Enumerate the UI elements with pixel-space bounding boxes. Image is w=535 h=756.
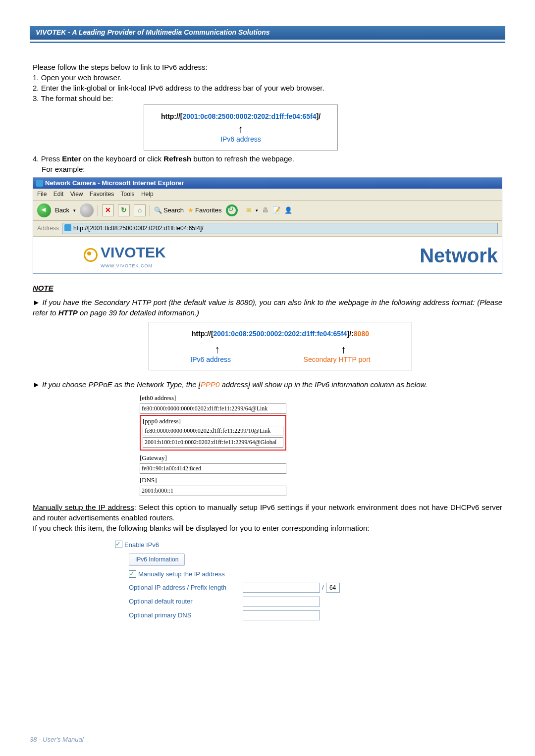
step-4-text-e: button to refresh the webpage. [191,154,294,163]
ie-menu-view[interactable]: View [70,190,88,199]
search-button[interactable]: 🔍Search [154,206,184,215]
ppp0-value-1: fe80:0000:0000:0000:0202:d1ff:fe11:2299/… [143,426,283,436]
dns-value: 2001:b000::1 [140,486,286,496]
messenger-icon[interactable]: 👤 [284,206,292,215]
ie-menu-bar: File Edit View Favorites Tools Help [33,189,502,201]
gateway-title: [Gateway] [140,453,286,463]
url2-captions: IPv6 address Secondary HTTP port [154,355,407,365]
refresh-icon[interactable]: ↻ [118,204,130,216]
url-ipv6-address: 2001:0c08:2500:0002:0202:d1ff:fe04:65f4 [182,112,316,120]
enable-ipv6-checkbox[interactable] [115,541,122,548]
url-prefix: http://[ [161,112,183,120]
manual-paragraph: Manually setup the IP address: Select th… [33,502,502,533]
ie-menu-edit[interactable]: Edit [54,190,69,199]
optional-ip-label: Optional IP address / Prefix length [129,583,243,592]
step-4-refresh: Refresh [163,154,191,163]
url2-ipv6-address: 2001:0c08:2500:0002:0202:d1ff:fe04:65f4 [214,330,347,338]
vivotek-logo: VIVOTEK WWW.VIVOTEK.COM [84,242,166,269]
mail-icon[interactable]: ✉ [246,206,252,215]
ipv6-form: Enable IPv6 IPv6 Information Manually se… [115,541,502,620]
url-line: http://[2001:0c08:2500:0002:0202:d1ff:fe… [149,112,332,122]
address-input[interactable]: http://[2001:0c08:2500:0002:0202:d1ff:fe… [62,223,498,234]
url-caption: IPv6 address [149,135,332,145]
optional-dns-row: Optional primary DNS [129,610,502,620]
note-item-2: ► If you choose PPPoE as the Network Typ… [33,379,502,390]
steps-intro: Please follow the steps below to link to… [33,62,502,72]
eth0-title: [eth0 address] [140,393,286,403]
url-suffix: ]/ [317,112,321,120]
ipv6-info-btn-row: IPv6 Information [129,554,502,566]
manual-text-2: If you check this item, the following bl… [33,524,370,532]
toolbar-separator [150,205,150,216]
step-4-text-c: on the keyboard or click [81,154,164,163]
logo-subtext: WWW.VIVOTEK.COM [101,263,166,269]
stop-icon[interactable]: ✕ [102,204,114,216]
document-content: Please follow the steps below to link to… [30,62,505,620]
step-2: 2. Enter the link-global or link-local I… [33,83,502,93]
url2-mid: ]/: [347,330,354,338]
address-value: http://[2001:0c08:2500:0002:0202:d1ff:fe… [73,225,204,232]
manual-setup-label: Manually setup the IP address [138,570,225,579]
favorites-button[interactable]: ★Favorites [188,206,221,215]
eth0-value: fe80:0000:0000:0000:0202:d1ff:fe11:2299/… [140,403,286,414]
page-heading-network: Network [420,242,498,269]
page-header: VIVOTEK - A Leading Provider of Multimed… [30,26,505,40]
ie-menu-tools[interactable]: Tools [121,190,140,199]
prefix-length-input[interactable]: 64 [326,583,340,593]
ie-toolbar: Back ▾ ✕ ↻ ⌂ 🔍Search ★Favorites ✉▾ 🖶 📝 👤 [33,201,502,221]
manual-heading: Manually setup the IP address [33,503,134,511]
back-label[interactable]: Back [55,206,69,215]
header-brand-text: VIVOTEK - A Leading Provider of Multimed… [36,28,270,38]
logo-text: VIVOTEK [101,244,166,260]
gateway-value: fe80::90:1a00:4142:8ced [140,463,286,474]
enable-ipv6-label: Enable IPv6 [124,541,159,549]
optional-ip-row: Optional IP address / Prefix length / 64 [129,583,502,593]
step-4-enter: Enter [62,154,81,163]
url-example-box-2: http://[2001:0c08:2500:0002:0202:d1ff:fe… [149,322,412,370]
address-label: Address [37,224,59,233]
optional-ip-input[interactable] [243,583,320,593]
step-4-text-a: 4. Press [33,154,62,163]
ppp0-title: [ppp0 address] [143,417,283,426]
up-arrow-icon: ↑ [149,124,332,135]
step-4-for-example: For example: [33,165,85,173]
ipv6-information-button[interactable]: IPv6 Information [129,554,185,566]
print-icon[interactable]: 🖶 [262,206,268,215]
prefix-separator: / [320,583,326,592]
toolbar-separator [242,205,242,216]
favorites-label: Favorites [195,206,221,215]
back-button[interactable] [37,203,51,217]
note2-text-a: ► If you choose PPPoE as the Network Typ… [33,380,201,389]
optional-router-input[interactable] [243,597,320,606]
note2-ppp0: PPP0 [201,380,219,389]
home-icon[interactable]: ⌂ [134,204,146,216]
header-divider [30,42,505,43]
ie-menu-file[interactable]: File [37,190,52,199]
url2-prefix: http://[ [192,330,214,338]
toolbar-separator [98,205,98,216]
ie-title-text: Network Camera - Microsoft Internet Expl… [45,179,184,188]
page-icon [64,224,71,231]
ie-page-body: VIVOTEK WWW.VIVOTEK.COM Network [33,237,502,273]
note-heading: NOTE [33,283,502,293]
optional-dns-input[interactable] [243,610,320,620]
ie-menu-help[interactable]: Help [141,190,159,199]
camera-icon [84,248,99,263]
ppp0-highlight-box: [ppp0 address] fe80:0000:0000:0000:0202:… [140,415,286,451]
ppp0-value-2: 2001:b100:01c0:0002:0202:d1ff:fe11:2299/… [143,437,283,448]
note1-http: HTTP [58,308,78,317]
url2-port: 8080 [354,330,369,338]
enable-ipv6-row: Enable IPv6 [115,541,502,550]
ie-address-bar: Address http://[2001:0c08:2500:0002:0202… [33,221,502,237]
search-label: Search [163,206,184,215]
edit-icon[interactable]: 📝 [272,206,280,215]
manual-setup-checkbox[interactable] [129,570,136,578]
ipv6-info-panel: [eth0 address] fe80:0000:0000:0000:0202:… [140,393,286,496]
url2-caption-port: Secondary HTTP port [304,355,371,365]
page-footer: 38 - User's Manual [30,735,84,744]
ie-menu-favorites[interactable]: Favorites [90,190,119,199]
history-icon[interactable] [226,204,238,216]
ie-browser-screenshot: Network Camera - Microsoft Internet Expl… [33,177,502,274]
url2-caption-ipv6: IPv6 address [190,355,231,365]
forward-button[interactable] [80,203,94,217]
